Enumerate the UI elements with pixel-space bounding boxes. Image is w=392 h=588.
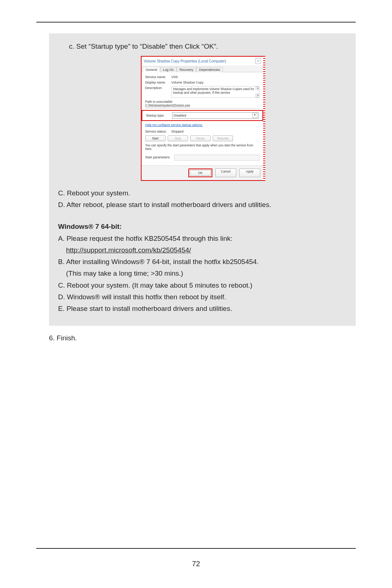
resume-button[interactable]: Resume <box>213 135 233 141</box>
pause-button[interactable]: Pause <box>190 135 211 141</box>
win7-step-A1: A. Please request the hotfix KB2505454 t… <box>58 233 347 244</box>
hotfix-link[interactable]: http://support.microsoft.com/kb/2505454/ <box>66 246 191 254</box>
startup-type-label: Startup type: <box>146 114 172 117</box>
start-params-input[interactable] <box>174 155 260 161</box>
win7-step-D: D. Windows® will install this hotfix the… <box>58 291 347 303</box>
win7-step-B2: (This may take a long time; >30 mins.) <box>58 268 347 279</box>
highlight-hatch <box>263 56 265 181</box>
win7-64-heading: Windows® 7 64-bit: <box>58 221 347 232</box>
win7-step-E: E. Please start to install motherboard d… <box>58 303 347 315</box>
display-name-value: Volume Shadow Copy <box>171 81 260 84</box>
win7-step-C: C. Reboot your system. (It may take abou… <box>58 280 347 291</box>
description-value: Manages and implements Volume Shadow Cop… <box>171 86 260 98</box>
dialog-title: Volume Shadow Copy Properties (Local Com… <box>144 59 226 63</box>
service-status-label: Service status: <box>145 130 171 133</box>
startup-type-select[interactable]: Disabled ▾ <box>172 112 259 119</box>
cancel-button[interactable]: Cancel <box>215 169 236 177</box>
step-c-text: c. Set “Startup type” to “Disable” then … <box>58 41 347 52</box>
start-params-label: Start parameters: <box>145 155 174 159</box>
start-button[interactable]: Start <box>145 135 166 141</box>
service-properties-dialog: Volume Shadow Copy Properties (Local Com… <box>141 56 264 181</box>
path-value: C:\Windows\system32\vssvc.exe <box>145 104 260 109</box>
chevron-down-icon: ▾ <box>252 113 257 118</box>
stop-button[interactable]: Stop <box>168 135 188 141</box>
apply-button[interactable]: Apply <box>239 169 260 177</box>
startup-type-value: Disabled <box>173 114 186 117</box>
step-C-reboot: C. Reboot your system. <box>58 187 347 199</box>
tab-general[interactable]: General <box>143 67 160 72</box>
tab-logon[interactable]: Log On <box>160 67 177 72</box>
bottom-rule <box>36 548 356 549</box>
service-name-value: VSS <box>171 75 260 79</box>
step-6-finish: 6. Finish. <box>49 332 356 344</box>
tab-recovery[interactable]: Recovery <box>177 67 196 72</box>
dialog-tabs: General Log On Recovery Dependencies <box>142 65 263 72</box>
path-label: Path to executable: <box>145 100 260 104</box>
start-params-note: You can specify the start parameters tha… <box>145 143 260 151</box>
close-icon[interactable]: × <box>255 58 261 64</box>
service-name-label: Service name: <box>145 75 171 79</box>
startup-type-highlight: Startup type: Disabled ▾ <box>142 110 263 121</box>
ok-button[interactable]: OK <box>190 170 211 176</box>
service-status-value: Stopped <box>171 130 260 133</box>
description-label: Description: <box>145 86 171 90</box>
step-D-after-reboot: D. After reboot, please start to install… <box>58 199 347 211</box>
description-scrollbar[interactable]: ▴▾ <box>256 86 259 97</box>
display-name-label: Display name: <box>145 81 171 84</box>
top-rule <box>36 22 356 23</box>
page-number: 72 <box>0 560 392 568</box>
instruction-box: c. Set “Startup type” to “Disable” then … <box>49 33 356 326</box>
ok-button-highlight: OK <box>188 169 212 177</box>
win7-step-B1: B. After installing Windows® 7 64-bit, i… <box>58 256 347 268</box>
tab-dependencies[interactable]: Dependencies <box>196 67 223 72</box>
help-link[interactable]: Help me configure service startup option… <box>145 123 260 127</box>
